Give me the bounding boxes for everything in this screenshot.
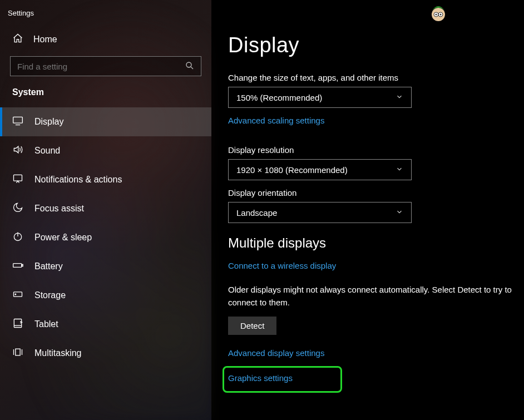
nav-home[interactable]: Home	[0, 27, 211, 56]
nav-item-label: Focus assist	[34, 204, 84, 214]
nav-item-label: Multitasking	[34, 348, 81, 358]
svg-rect-8	[22, 264, 23, 266]
nav-item-label: Power & sleep	[34, 233, 92, 243]
graphics-settings-link[interactable]: Graphics settings	[228, 373, 293, 383]
svg-point-10	[15, 294, 16, 295]
multiple-displays-heading: Multiple displays	[228, 235, 518, 251]
svg-rect-4	[14, 175, 22, 181]
nav-item-storage[interactable]: Storage	[0, 281, 211, 310]
nav-item-battery[interactable]: Battery	[0, 252, 211, 281]
battery-icon	[12, 260, 23, 273]
tablet-icon	[12, 318, 23, 331]
svg-point-18	[436, 14, 437, 16]
home-label: Home	[33, 34, 57, 45]
detect-hint: Older displays might not always connect …	[228, 284, 517, 309]
page-title: Display	[228, 33, 518, 57]
nav-item-label: Battery	[34, 261, 63, 271]
nav-item-power-sleep[interactable]: Power & sleep	[0, 223, 211, 252]
advanced-display-link[interactable]: Advanced display settings	[228, 348, 324, 358]
nav-item-label: Tablet	[34, 319, 58, 329]
connect-wireless-link[interactable]: Connect to a wireless display	[228, 261, 336, 270]
nav-item-sound[interactable]: Sound	[0, 136, 211, 165]
avatar	[428, 3, 448, 23]
nav-list: Display Sound Notifications & actions Fo…	[0, 107, 211, 368]
nav-item-multitasking[interactable]: Multitasking	[0, 339, 211, 368]
orientation-value: Landscape	[236, 208, 277, 218]
nav-item-label: Notifications & actions	[34, 175, 122, 185]
storage-icon	[12, 289, 23, 302]
search-icon	[185, 61, 195, 71]
detect-button[interactable]: Detect	[228, 317, 276, 335]
orientation-dropdown[interactable]: Landscape	[228, 202, 412, 223]
scale-value: 150% (Recommended)	[236, 93, 322, 102]
home-icon	[12, 33, 23, 46]
svg-rect-2	[13, 117, 23, 123]
svg-point-0	[186, 62, 191, 67]
nav-item-label: Sound	[34, 146, 60, 156]
resolution-dropdown[interactable]: 1920 × 1080 (Recommended)	[228, 159, 412, 180]
multitasking-icon	[12, 347, 23, 360]
scale-dropdown[interactable]: 150% (Recommended)	[228, 87, 412, 108]
search-input[interactable]	[10, 56, 201, 76]
svg-rect-14	[16, 349, 20, 355]
main-panel: Display Change the size of text, apps, a…	[211, 0, 524, 420]
orientation-label: Display orientation	[228, 188, 518, 197]
notifications-icon	[12, 173, 23, 186]
chevron-down-icon	[396, 93, 403, 102]
nav-item-notifications[interactable]: Notifications & actions	[0, 165, 211, 194]
sidebar: Settings Home System Display	[0, 0, 211, 420]
moon-icon	[12, 202, 23, 215]
nav-item-tablet[interactable]: Tablet	[0, 310, 211, 339]
resolution-value: 1920 × 1080 (Recommended)	[236, 165, 348, 175]
resolution-label: Display resolution	[228, 145, 518, 155]
nav-item-focus-assist[interactable]: Focus assist	[0, 194, 211, 223]
category-label: System	[0, 87, 211, 107]
power-icon	[12, 231, 23, 244]
monitor-icon	[12, 115, 23, 129]
window-title: Settings	[0, 6, 211, 27]
advanced-scaling-link[interactable]: Advanced scaling settings	[228, 116, 324, 125]
nav-item-label: Display	[34, 117, 63, 127]
svg-line-1	[191, 67, 193, 69]
sound-icon	[12, 144, 23, 157]
scale-label: Change the size of text, apps, and other…	[228, 73, 518, 82]
nav-item-display[interactable]: Display	[0, 107, 211, 136]
nav-item-label: Storage	[34, 290, 66, 300]
chevron-down-icon	[396, 208, 403, 218]
chevron-down-icon	[396, 165, 403, 175]
svg-rect-7	[13, 264, 22, 268]
svg-point-19	[440, 14, 442, 16]
